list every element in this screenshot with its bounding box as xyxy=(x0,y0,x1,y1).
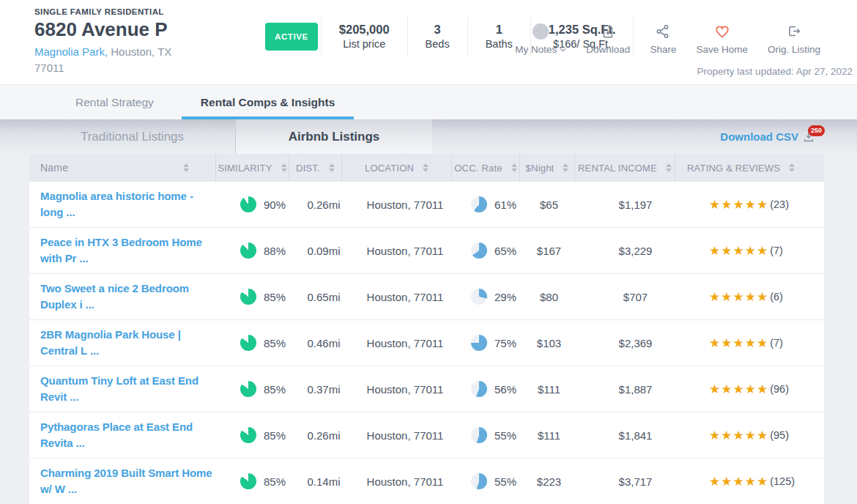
distance-value: 0.09mi xyxy=(307,245,340,257)
save-home-button[interactable]: Save Home xyxy=(696,23,748,55)
star-rating-icon: ★★★★★ xyxy=(709,337,768,349)
rental-income-value: $1,841 xyxy=(619,429,653,442)
listing-name-link[interactable]: Two Sweet a nice 2 Bedroom Duplex i ... xyxy=(40,281,216,314)
main-tab-bar: Rental Strategy Rental Comps & Insights xyxy=(0,84,857,119)
distance-value: 0.14mi xyxy=(307,475,340,488)
property-type-label: SINGLE FAMILY RESIDENTIAL xyxy=(34,7,210,16)
location-value: Houston, 77011 xyxy=(367,383,444,396)
column-header-name[interactable]: Name xyxy=(29,154,216,182)
column-header-location[interactable]: LOCATION xyxy=(342,154,452,182)
table-row: Charming 2019 Built Smart Home w/ W ... … xyxy=(29,459,824,504)
comps-table-header: NameSIMILARITYDIST.LOCATIONOCC. Rate$Nig… xyxy=(29,154,824,182)
similarity-pie-icon xyxy=(240,381,256,397)
last-updated-label: Property last updated: Apr 27, 2022 xyxy=(697,66,853,77)
listing-name-link[interactable]: 2BR Magnolia Park House | Central L ... xyxy=(40,327,216,360)
occupancy-value: 55% xyxy=(494,475,516,488)
star-rating-icon: ★★★★★ xyxy=(709,475,768,488)
header-actions: My Notes Download Share Save Home xyxy=(515,23,820,55)
download-button[interactable]: Download xyxy=(586,23,630,55)
night-price-value: $65 xyxy=(540,199,558,211)
reviews-count: (95) xyxy=(770,429,789,441)
location-value: Houston, 77011 xyxy=(367,199,444,211)
location-value: Houston, 77011 xyxy=(367,475,444,488)
similarity-value: 85% xyxy=(264,337,286,349)
occupancy-value: 75% xyxy=(494,337,516,349)
sort-icon[interactable] xyxy=(563,163,568,172)
download-csv-link[interactable]: Download CSV 250 xyxy=(720,119,815,154)
occupancy-pie-icon xyxy=(471,427,487,443)
similarity-pie-icon xyxy=(240,335,256,351)
location-value: Houston, 77011 xyxy=(367,429,444,442)
similarity-pie-icon xyxy=(240,289,256,305)
sort-icon[interactable] xyxy=(423,163,428,172)
distance-value: 0.46mi xyxy=(307,337,340,349)
listing-name-link[interactable]: Quantum Tiny Loft at East End Revit ... xyxy=(40,373,216,406)
comps-section: Traditional Listings Airbnb Listings Dow… xyxy=(0,119,857,504)
distance-value: 0.26mi xyxy=(307,429,340,442)
column-header-occ-rate[interactable]: OCC. Rate xyxy=(452,154,520,182)
location-value: Houston, 77011 xyxy=(367,337,444,349)
occupancy-pie-icon xyxy=(471,335,487,351)
similarity-pie-icon xyxy=(240,196,256,212)
sort-icon[interactable] xyxy=(329,163,335,172)
external-listing-icon xyxy=(786,23,802,40)
tab-rental-comps-insights[interactable]: Rental Comps & Insights xyxy=(195,85,341,119)
sort-icon[interactable] xyxy=(666,163,672,172)
table-row: Two Sweet a nice 2 Bedroom Duplex i ... … xyxy=(29,274,824,320)
night-price-value: $80 xyxy=(540,291,558,303)
neighborhood-link[interactable]: Magnolia Park, xyxy=(34,45,108,58)
similarity-value: 85% xyxy=(264,291,286,303)
similarity-pie-icon xyxy=(240,473,256,489)
sort-icon[interactable] xyxy=(183,163,189,172)
orig-listing-button[interactable]: Orig. Listing xyxy=(768,23,820,55)
subtab-traditional-listings[interactable]: Traditional Listings xyxy=(29,119,236,154)
table-row: Magnolia area historic home - long ... 9… xyxy=(29,182,824,228)
night-price-value: $167 xyxy=(537,245,561,257)
occupancy-value: 29% xyxy=(494,291,516,303)
table-row: Pythagoras Place at East End Revita ... … xyxy=(29,412,824,459)
tab-rental-strategy[interactable]: Rental Strategy xyxy=(70,85,160,119)
similarity-value: 85% xyxy=(264,383,286,396)
reviews-count: (96) xyxy=(770,383,789,395)
property-header: SINGLE FAMILY RESIDENTIAL 6820 Avenue P … xyxy=(0,0,857,84)
sort-icon[interactable] xyxy=(789,163,795,172)
my-notes-button[interactable]: My Notes xyxy=(515,23,566,55)
column-header-rental-income[interactable]: RENTAL INCOME xyxy=(575,154,675,182)
night-price-value: $111 xyxy=(538,429,560,442)
share-button[interactable]: Share xyxy=(650,23,676,55)
similarity-value: 88% xyxy=(264,245,286,257)
notes-icon xyxy=(533,23,549,40)
sort-icon[interactable] xyxy=(281,163,287,172)
occupancy-pie-icon xyxy=(471,473,487,489)
rental-income-value: $2,369 xyxy=(619,337,653,349)
listing-name-link[interactable]: Magnolia area historic home - long ... xyxy=(40,188,216,221)
distance-value: 0.37mi xyxy=(307,383,340,396)
similarity-value: 85% xyxy=(264,429,286,442)
stat-list-price: $205,000 List price xyxy=(321,18,407,55)
star-rating-icon: ★★★★★ xyxy=(709,199,768,211)
location-value: Houston, 77011 xyxy=(367,245,444,257)
similarity-pie-icon xyxy=(240,242,256,259)
location-value: Houston, 77011 xyxy=(367,291,444,303)
similarity-pie-icon xyxy=(240,427,256,443)
listing-name-link[interactable]: Charming 2019 Built Smart Home w/ W ... xyxy=(40,465,216,498)
listing-name-link[interactable]: Peace in HTX 3 Bedroom Home with Pr ... xyxy=(40,234,216,267)
rental-income-value: $707 xyxy=(623,291,648,303)
table-row: Quantum Tiny Loft at East End Revit ... … xyxy=(29,366,824,412)
column-header-night[interactable]: $Night xyxy=(520,154,575,182)
column-header-dist[interactable]: DIST. xyxy=(289,154,342,182)
rental-income-value: $1,197 xyxy=(619,199,653,211)
column-header-rating-reviews[interactable]: RATING & REVIEWS xyxy=(675,154,824,182)
sort-icon[interactable] xyxy=(511,163,517,172)
stat-beds: 3 Beds xyxy=(407,18,467,55)
column-header-similarity[interactable]: SIMILARITY xyxy=(216,154,289,182)
property-location: Magnolia Park, Houston, TX 77011 xyxy=(34,44,199,76)
heart-icon xyxy=(714,23,730,40)
subtab-airbnb-listings[interactable]: Airbnb Listings xyxy=(236,119,432,154)
star-rating-icon: ★★★★★ xyxy=(709,291,768,303)
night-price-value: $223 xyxy=(537,475,561,488)
occupancy-value: 61% xyxy=(494,199,516,211)
listing-name-link[interactable]: Pythagoras Place at East End Revita ... xyxy=(40,419,216,452)
status-badge[interactable]: ACTIVE xyxy=(265,23,318,51)
similarity-value: 85% xyxy=(264,475,286,488)
